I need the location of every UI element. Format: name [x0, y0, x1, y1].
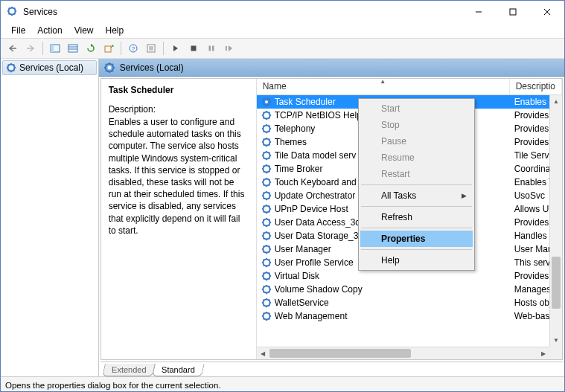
context-menu-pause[interactable]: Pause [360, 133, 473, 150]
submenu-arrow-icon: ▶ [462, 192, 467, 199]
context-menu-resume[interactable]: Resume [360, 150, 473, 166]
service-gear-icon [261, 177, 272, 187]
toolbar-separator [42, 42, 43, 55]
close-button[interactable] [530, 1, 564, 23]
context-menu-help[interactable]: Help [360, 252, 473, 269]
scroll-corner [549, 347, 562, 359]
svg-rect-19 [105, 46, 111, 52]
scroll-track[interactable] [550, 108, 562, 334]
context-menu-start[interactable]: Start [360, 100, 473, 117]
svg-rect-28 [212, 46, 214, 51]
column-header-name[interactable]: Name ▲ [257, 79, 510, 94]
status-text: Opens the properties dialog box for the … [5, 381, 221, 390]
service-description: Handles s [510, 231, 554, 241]
services-icon [6, 62, 16, 73]
service-description: Web-bas [510, 311, 550, 321]
horizontal-scrollbar[interactable]: ◀ ▶ [257, 347, 549, 359]
service-name: User Manager [275, 244, 331, 254]
properties-button[interactable] [142, 40, 160, 57]
service-description: This servi [510, 257, 552, 268]
maximize-button[interactable] [496, 1, 530, 23]
scroll-left-button[interactable]: ◀ [257, 347, 269, 359]
export-button[interactable] [100, 40, 118, 57]
refresh-button[interactable] [82, 40, 100, 57]
context-menu-separator [361, 249, 472, 250]
context-menu: Start Stop Pause Resume Restart All Task… [358, 98, 475, 271]
service-description: User Mar [510, 244, 551, 254]
svg-rect-26 [191, 46, 197, 51]
content-header: Services (Local) [99, 59, 564, 77]
start-service-button[interactable] [167, 40, 185, 57]
restart-service-button[interactable] [220, 40, 238, 57]
service-description: Enables T [510, 177, 555, 187]
view-tabs: Extended Standard [100, 362, 563, 376]
svg-rect-11 [510, 9, 516, 15]
context-menu-restart[interactable]: Restart [360, 166, 473, 182]
context-menu-stop[interactable]: Stop [360, 117, 473, 133]
vertical-scrollbar[interactable]: ▲ ▼ [549, 95, 562, 347]
content-pane: Services (Local) Task Scheduler Descript… [99, 59, 564, 376]
context-menu-refresh[interactable]: Refresh [360, 209, 473, 225]
toolbar-separator [163, 42, 164, 55]
service-row[interactable]: Web ManagementWeb-bas [257, 309, 562, 323]
service-name: Themes [275, 137, 307, 147]
service-name: TCP/IP NetBIOS Help [275, 110, 362, 121]
service-gear-icon [261, 97, 272, 107]
context-menu-properties[interactable]: Properties [360, 231, 473, 247]
scroll-track[interactable] [269, 347, 537, 359]
stop-service-button[interactable] [185, 40, 202, 57]
export-list-button[interactable] [64, 40, 82, 57]
service-gear-icon [261, 298, 272, 308]
service-row[interactable]: Volume Shadow CopyManages [257, 283, 562, 296]
minimize-button[interactable] [462, 1, 496, 23]
detail-pane: Task Scheduler Description: Enables a us… [101, 79, 256, 359]
help-button[interactable]: ? [124, 40, 142, 57]
column-header-description[interactable]: Descriptio [510, 79, 562, 94]
back-button[interactable] [4, 40, 22, 57]
description-text: Enables a user to configure and schedule… [109, 116, 249, 237]
service-description: Coordina [510, 164, 551, 174]
menu-file[interactable]: File [5, 24, 31, 37]
main-area: Services (Local) Services (Local) Task S… [1, 59, 564, 376]
service-row[interactable]: Virtual DiskProvides [257, 269, 562, 283]
service-name: Task Scheduler [275, 97, 336, 107]
tree-node-services-local[interactable]: Services (Local) [2, 60, 97, 75]
tab-extended[interactable]: Extended [102, 364, 156, 376]
scroll-thumb[interactable] [269, 349, 411, 358]
scroll-right-button[interactable]: ▶ [537, 347, 549, 359]
selected-service-name: Task Scheduler [109, 85, 249, 95]
context-menu-separator [361, 228, 472, 228]
scroll-down-button[interactable]: ▼ [550, 334, 562, 347]
services-app-icon [7, 6, 19, 18]
service-gear-icon [261, 284, 272, 295]
service-gear-icon [261, 137, 272, 147]
service-description: Manages [510, 284, 551, 295]
list-header: Name ▲ Descriptio [257, 79, 562, 95]
scroll-thumb[interactable] [552, 257, 561, 309]
console-tree[interactable]: Services (Local) [1, 59, 99, 376]
menu-view[interactable]: View [68, 24, 100, 37]
tab-standard[interactable]: Standard [152, 364, 204, 376]
service-gear-icon [261, 244, 272, 254]
service-description: Tile Serve [510, 150, 555, 161]
forward-button[interactable] [22, 40, 39, 57]
service-gear-icon [261, 257, 272, 268]
service-name: User Data Access_3c [275, 217, 360, 228]
service-gear-icon [261, 231, 272, 241]
svg-text:?: ? [132, 45, 135, 52]
pause-service-button[interactable] [202, 40, 220, 57]
show-hide-console-tree-button[interactable] [46, 40, 64, 57]
service-description: Hosts obj [510, 298, 552, 308]
menu-bar: File Action View Help [1, 23, 564, 38]
service-name: Telephony [275, 123, 316, 134]
menu-action[interactable]: Action [31, 24, 68, 37]
service-row[interactable]: WalletServiceHosts obj [257, 296, 562, 309]
menu-help[interactable]: Help [100, 24, 130, 37]
scroll-up-button[interactable]: ▲ [550, 95, 562, 108]
service-gear-icon [261, 311, 272, 321]
context-menu-all-tasks[interactable]: All Tasks ▶ [360, 187, 473, 204]
context-menu-separator [361, 184, 472, 185]
service-description: Provides [510, 271, 549, 281]
service-name: Virtual Disk [275, 271, 319, 281]
service-description: Provides [510, 217, 549, 228]
